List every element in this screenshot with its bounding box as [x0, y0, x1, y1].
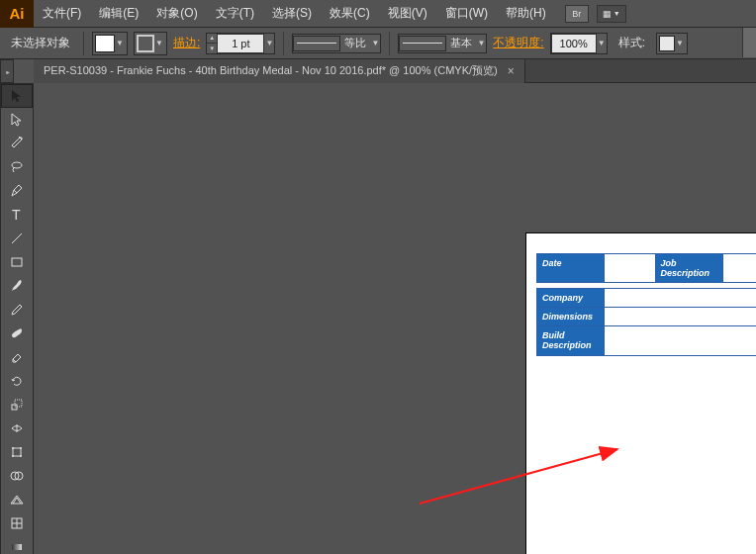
menu-help[interactable]: 帮助(H) [497, 0, 555, 28]
lasso-tool[interactable] [1, 155, 33, 179]
stroke-weight-input[interactable]: 1 pt [217, 34, 264, 53]
label-build: Build Description [537, 326, 605, 356]
selection-tool[interactable] [1, 84, 33, 108]
width-profile-combo[interactable]: 等比 ▼ [292, 34, 381, 53]
label-dimensions: Dimensions [537, 308, 605, 326]
rotate-tool[interactable] [1, 369, 33, 393]
mesh-tool[interactable] [1, 511, 33, 535]
label-date: Date [537, 254, 605, 283]
menu-file[interactable]: 文件(F) [34, 0, 90, 28]
magic-wand-tool[interactable] [1, 132, 33, 155]
svg-point-10 [12, 455, 14, 457]
fill-swatch[interactable]: ▼ [92, 32, 128, 55]
svg-text:T: T [12, 207, 21, 223]
workspace-switcher[interactable]: ▦▼ [597, 5, 626, 23]
line-tool[interactable] [1, 227, 33, 250]
stroke-weight-up[interactable]: ▲ [207, 34, 217, 45]
svg-rect-7 [13, 448, 21, 456]
menu-view[interactable]: 视图(V) [379, 0, 436, 28]
canvas-area[interactable]: Date Job Description Company Dimensions … [34, 83, 756, 554]
collapsed-panel-toggle[interactable] [0, 59, 14, 83]
document-tab[interactable]: PER-S10039 - Frankie Fuchs - 40th Birthd… [34, 59, 525, 83]
separator [83, 32, 84, 55]
direct-selection-tool[interactable] [1, 108, 33, 132]
gradient-tool[interactable] [1, 535, 33, 554]
menu-edit[interactable]: 编辑(E) [90, 0, 147, 28]
svg-point-11 [20, 455, 22, 457]
width-tool[interactable] [1, 416, 33, 440]
form-table: Date Job Description Company Dimensions … [536, 253, 756, 356]
opacity-dropdown[interactable]: ▼ [597, 34, 607, 53]
type-tool[interactable]: T [1, 203, 33, 227]
separator [283, 32, 284, 55]
opacity-label[interactable]: 不透明度: [493, 35, 543, 51]
svg-point-9 [20, 447, 22, 449]
stroke-swatch[interactable]: ▼ [134, 32, 167, 55]
free-transform-tool[interactable] [1, 440, 33, 464]
stroke-weight-dropdown[interactable]: ▼ [264, 34, 274, 53]
options-bar: 未选择对象 ▼ ▼ 描边: ▲ ▼ 1 pt ▼ 等比 ▼ 基本 ▼ 不透明度:… [0, 28, 756, 59]
rectangle-tool[interactable] [1, 250, 33, 274]
svg-line-2 [12, 233, 22, 243]
svg-rect-17 [12, 544, 22, 550]
document-tab-bar: PER-S10039 - Frankie Fuchs - 40th Birthd… [34, 59, 756, 83]
menu-object[interactable]: 对象(O) [147, 0, 206, 28]
stroke-weight-down[interactable]: ▼ [207, 44, 217, 53]
options-overflow[interactable] [742, 28, 756, 57]
field-date [605, 254, 656, 283]
artboard[interactable]: Date Job Description Company Dimensions … [526, 233, 756, 554]
opacity-input[interactable]: 100% [551, 34, 597, 53]
shape-builder-tool[interactable] [1, 464, 33, 488]
stroke-label[interactable]: 描边: [173, 35, 200, 51]
menu-type[interactable]: 文字(T) [207, 0, 263, 28]
scale-tool[interactable] [1, 393, 33, 416]
app-logo: Ai [0, 0, 34, 28]
brush-combo[interactable]: 基本 ▼ [398, 34, 487, 53]
blob-brush-tool[interactable] [1, 322, 33, 345]
style-label: 样式: [614, 32, 650, 54]
pen-tool[interactable] [1, 179, 33, 203]
separator [389, 32, 390, 55]
menu-bar: Ai 文件(F) 编辑(E) 对象(O) 文字(T) 选择(S) 效果(C) 视… [0, 0, 756, 28]
selection-status: 未选择对象 [6, 32, 75, 54]
field-company [605, 289, 757, 308]
bridge-button[interactable]: Br [565, 5, 589, 23]
document-tab-title: PER-S10039 - Frankie Fuchs - 40th Birthd… [44, 63, 498, 78]
svg-rect-5 [15, 400, 22, 407]
field-build [605, 326, 757, 356]
menu-effect[interactable]: 效果(C) [321, 0, 379, 28]
tool-palette: T [0, 83, 34, 554]
style-swatch[interactable]: ▼ [656, 33, 688, 54]
perspective-grid-tool[interactable] [1, 488, 33, 511]
paintbrush-tool[interactable] [1, 274, 33, 298]
field-dimensions [605, 308, 757, 326]
svg-rect-3 [12, 258, 22, 266]
pencil-tool[interactable] [1, 298, 33, 322]
menu-window[interactable]: 窗口(W) [436, 0, 497, 28]
svg-point-8 [12, 447, 14, 449]
label-company: Company [537, 289, 605, 308]
label-job: Job Description [655, 254, 722, 283]
close-tab-icon[interactable]: × [508, 64, 515, 78]
field-job [722, 254, 756, 283]
eraser-tool[interactable] [1, 345, 33, 369]
menu-select[interactable]: 选择(S) [263, 0, 321, 28]
